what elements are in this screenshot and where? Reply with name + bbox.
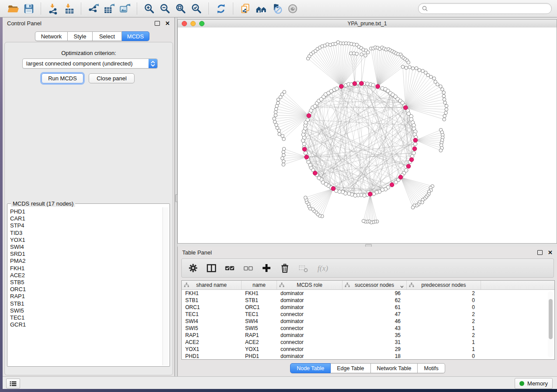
table-row[interactable]: RAP1RAP1dominator352 xyxy=(182,332,554,339)
network-node[interactable] xyxy=(408,65,412,69)
network-node[interactable] xyxy=(442,94,446,98)
column-header-predecessor-nodes[interactable]: predecessor nodes xyxy=(407,281,481,289)
network-node[interactable] xyxy=(413,142,417,146)
column-header-name[interactable]: name xyxy=(242,281,277,289)
run-mcds-button[interactable]: Run MCDS xyxy=(42,73,83,83)
split-view-button[interactable] xyxy=(206,261,217,275)
network-node[interactable] xyxy=(282,163,285,166)
network-node[interactable] xyxy=(445,104,448,108)
mcds-result-item[interactable]: SWI4 xyxy=(10,244,161,251)
export-image-button[interactable] xyxy=(117,2,133,16)
column-header-shared-name[interactable]: shared name xyxy=(182,281,242,289)
mcds-result-item[interactable]: TEC1 xyxy=(10,314,161,321)
dominator-node[interactable] xyxy=(360,81,364,86)
network-node[interactable] xyxy=(282,147,286,151)
deselect-all-columns-button[interactable] xyxy=(243,261,253,275)
network-node[interactable] xyxy=(443,114,446,118)
tab-select[interactable]: Select xyxy=(93,31,122,41)
network-node[interactable] xyxy=(360,53,363,56)
network-node[interactable] xyxy=(441,88,444,91)
table-scrollbar[interactable] xyxy=(548,291,553,358)
network-node[interactable] xyxy=(282,154,286,157)
zoom-in-button[interactable] xyxy=(142,2,157,16)
network-node[interactable] xyxy=(366,51,370,54)
optimization-criterion-select[interactable]: largest connected component (undirected) xyxy=(22,58,158,69)
network-node[interactable] xyxy=(278,132,281,136)
column-header-MCDS-role[interactable]: MCDS role xyxy=(277,281,343,289)
select-all-columns-button[interactable] xyxy=(225,261,235,275)
open-file-button[interactable] xyxy=(5,2,21,16)
network-node[interactable] xyxy=(276,101,280,105)
table-row[interactable]: YOX1YOX1connector291 xyxy=(182,346,554,353)
network-node[interactable] xyxy=(355,52,359,55)
close-window-icon[interactable] xyxy=(182,21,187,26)
network-node[interactable] xyxy=(407,61,410,64)
network-node[interactable] xyxy=(304,151,307,155)
table-row[interactable]: SWI4SWI4dominator462 xyxy=(182,318,554,325)
tab-network[interactable]: Network xyxy=(35,31,68,41)
maximize-window-icon[interactable] xyxy=(199,21,204,26)
close-panel-button[interactable]: Close panel xyxy=(89,73,135,83)
export-network-button[interactable] xyxy=(86,2,101,16)
dominator-node[interactable] xyxy=(404,106,408,110)
zoom-selected-button[interactable] xyxy=(189,2,204,16)
network-node[interactable] xyxy=(442,91,446,94)
table-row[interactable]: ACE2ACE2connector311 xyxy=(182,339,554,346)
dominator-node[interactable] xyxy=(412,147,417,151)
network-node[interactable] xyxy=(432,77,436,80)
network-node[interactable] xyxy=(443,98,446,101)
minimize-window-icon[interactable] xyxy=(190,21,196,26)
scrollbar-thumb[interactable] xyxy=(549,299,553,339)
table-settings-button[interactable] xyxy=(188,261,198,275)
mcds-result-item[interactable]: STP4 xyxy=(10,222,161,229)
network-node[interactable] xyxy=(443,101,447,104)
mcds-result-item[interactable]: RAP1 xyxy=(10,293,161,300)
network-node[interactable] xyxy=(282,150,285,154)
network-node[interactable] xyxy=(445,108,448,111)
memory-button[interactable]: Memory xyxy=(515,378,553,389)
table-row[interactable]: STB1STB1dominator620 xyxy=(182,297,554,304)
network-node[interactable] xyxy=(282,138,286,141)
search-box[interactable] xyxy=(418,3,552,14)
network-node[interactable] xyxy=(394,180,398,184)
import-table-button[interactable] xyxy=(61,2,77,16)
network-node[interactable] xyxy=(363,194,366,197)
network-node[interactable] xyxy=(436,83,439,86)
table-row[interactable]: SWI5SWI5connector431 xyxy=(182,325,554,332)
network-node[interactable] xyxy=(362,219,365,223)
network-node[interactable] xyxy=(443,118,446,121)
network-node[interactable] xyxy=(335,87,339,90)
network-node[interactable] xyxy=(418,69,421,72)
create-column-button[interactable] xyxy=(261,261,272,275)
tab-style[interactable]: Style xyxy=(68,31,93,41)
network-node[interactable] xyxy=(273,117,276,120)
network-node[interactable] xyxy=(274,107,278,111)
dominator-node[interactable] xyxy=(304,155,309,159)
tab-motifs[interactable]: Motifs xyxy=(418,363,445,373)
dominator-node[interactable] xyxy=(413,138,418,142)
float-window-icon[interactable] xyxy=(155,21,160,26)
network-node[interactable] xyxy=(415,67,418,70)
network-node[interactable] xyxy=(281,134,284,138)
hide-selected-button[interactable] xyxy=(269,2,285,16)
network-node[interactable] xyxy=(274,113,277,117)
mcds-result-item[interactable]: TID3 xyxy=(10,230,161,237)
tab-edge-table[interactable]: Edge Table xyxy=(331,363,370,373)
dominator-node[interactable] xyxy=(302,147,307,151)
network-node[interactable] xyxy=(429,75,433,79)
network-node[interactable] xyxy=(347,192,351,195)
dominator-node[interactable] xyxy=(339,84,344,89)
network-node[interactable] xyxy=(283,90,286,94)
zoom-out-button[interactable] xyxy=(157,2,173,16)
mcds-result-item[interactable]: SWI5 xyxy=(10,307,161,314)
dominator-node[interactable] xyxy=(409,158,414,162)
task-history-button[interactable] xyxy=(6,378,20,389)
network-node[interactable] xyxy=(371,83,375,87)
search-input[interactable] xyxy=(430,5,548,12)
network-node[interactable] xyxy=(338,190,341,193)
network-node[interactable] xyxy=(444,111,448,115)
dominator-node[interactable] xyxy=(307,113,311,118)
table-row[interactable]: FKH1FKH1dominator962 xyxy=(182,290,554,297)
first-neighbors-button[interactable] xyxy=(253,2,269,16)
close-table-panel-icon[interactable]: ✕ xyxy=(548,250,553,255)
